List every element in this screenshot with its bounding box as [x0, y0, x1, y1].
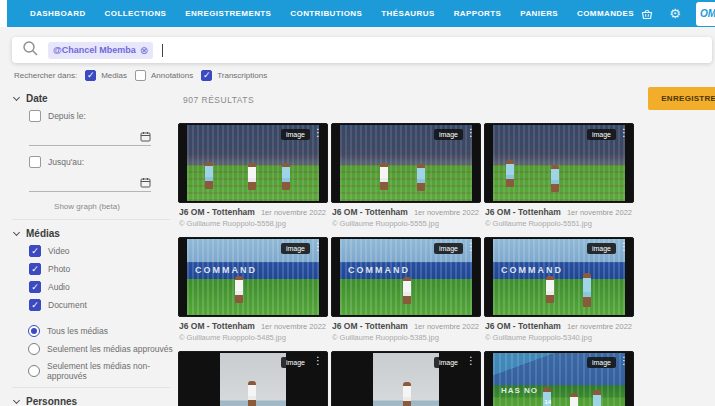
date-from-input[interactable] [29, 128, 151, 146]
result-card[interactable]: oppo image ⋮ [331, 351, 481, 406]
chip-label: @Chancel Mbemba [53, 45, 136, 55]
nav-dashboard[interactable]: DASHBOARD [30, 9, 86, 18]
result-card[interactable]: HAS NO 14 image ⋮ [484, 351, 634, 406]
chevron-down-icon [13, 397, 20, 404]
card-meta: J6 OM - Tottenham Hotspur...1er novembre… [331, 317, 481, 351]
thumbnail[interactable]: HAS NO 14 image ⋮ [484, 351, 634, 406]
nav-contributions[interactable]: CONTRIBUTIONS [290, 9, 362, 18]
player-figure [403, 382, 411, 406]
card-meta: J6 OM - Tottenham Hotspur...1er novembre… [484, 317, 634, 351]
thumbnail[interactable]: COMMAND image ⋮ [178, 237, 328, 317]
search-term-chip[interactable]: @Chancel Mbemba ⊗ [48, 42, 153, 59]
filter-photo[interactable]: Photo [29, 263, 178, 275]
card-caption: © Guillaume Ruoppolo-5551.jpg [485, 219, 632, 228]
document-checkbox[interactable] [29, 299, 41, 311]
nav-rapports[interactable]: RAPPORTS [454, 9, 502, 18]
radio-not-approved[interactable]: Seulement les médias non-approuvés [28, 361, 178, 381]
player-figure [205, 162, 213, 189]
not-approved-radio[interactable] [28, 365, 40, 377]
date-to-checkbox[interactable] [29, 156, 41, 168]
search-icon [22, 40, 39, 61]
medias-section-header[interactable]: Médias [14, 228, 178, 239]
chevron-down-icon [13, 229, 20, 236]
player-figure [417, 164, 425, 191]
media-type-badge: image [434, 243, 463, 254]
thumbnail[interactable]: image ⋮ [178, 123, 328, 203]
radio-all-medias[interactable]: Tous les médias [28, 325, 178, 337]
player-figure [403, 277, 411, 304]
chip-close-icon[interactable]: ⊗ [140, 45, 148, 56]
filter-audio[interactable]: Audio [29, 281, 178, 293]
result-card[interactable]: COMMAND image ⋮ J6 OM - Tottenham Hotspu… [484, 237, 634, 351]
nav-commandes[interactable]: COMMANDES [577, 9, 634, 18]
card-menu-icon[interactable]: ⋮ [466, 241, 476, 252]
date-from-toggle[interactable]: Depuis le: [29, 110, 178, 122]
approved-radio[interactable] [28, 343, 40, 355]
result-card[interactable]: oppo image ⋮ [178, 351, 328, 406]
thumbnail[interactable]: COMMAND image ⋮ [331, 237, 481, 317]
search-bar[interactable]: @Chancel Mbemba ⊗ [12, 37, 712, 63]
result-card[interactable]: COMMAND image ⋮ J6 OM - Tottenham Hotspu… [331, 237, 481, 351]
jersey-number: 14 [544, 399, 551, 405]
card-meta: J6 OM - Tottenham Hotspur...1er novembre… [178, 203, 328, 237]
date-section-header[interactable]: Date [14, 93, 178, 104]
card-title: J6 OM - Tottenham Hotspur... [485, 321, 563, 331]
medias-checkbox[interactable] [85, 70, 96, 81]
player-figure [506, 160, 514, 187]
result-card[interactable]: COMMAND image ⋮ J6 OM - Tottenham Hotspu… [178, 237, 328, 351]
scope-annotations[interactable]: Annotations [135, 70, 193, 81]
scope-transcriptions[interactable]: Transcriptions [201, 70, 267, 81]
card-menu-icon[interactable]: ⋮ [313, 241, 323, 252]
text-caret [162, 44, 163, 57]
result-card[interactable]: image ⋮ J6 OM - Tottenham Hotspur...1er … [484, 123, 634, 237]
card-menu-icon[interactable]: ⋮ [313, 355, 323, 366]
player-figure [593, 390, 601, 406]
thumbnail[interactable]: oppo image ⋮ [178, 351, 328, 406]
transcriptions-checkbox[interactable] [201, 70, 212, 81]
club-logo[interactable]: OM [696, 2, 715, 26]
filter-document[interactable]: Document [29, 299, 178, 311]
thumbnail[interactable]: oppo image ⋮ [331, 351, 481, 406]
thumbnail[interactable]: image ⋮ [331, 123, 481, 203]
personnes-section-header[interactable]: Personnes [14, 396, 178, 406]
thumbnail[interactable]: image ⋮ [484, 123, 634, 203]
media-type-badge: image [281, 357, 310, 368]
ad-board-text: COMMAND [501, 265, 563, 275]
section-divider [12, 219, 170, 220]
gear-icon[interactable]: ⚙ [669, 7, 681, 20]
show-graph-link[interactable]: Show graph (beta) [12, 202, 162, 211]
results-grid: image ⋮ J6 OM - Tottenham Hotspur...1er … [178, 123, 715, 406]
nav-thesaurus[interactable]: THÉSAURUS [381, 9, 434, 18]
all-medias-radio[interactable] [28, 325, 40, 337]
date-to-input[interactable] [29, 174, 151, 192]
annotations-checkbox[interactable] [135, 70, 146, 81]
radio-approved[interactable]: Seulement les médias approuvés [28, 343, 178, 355]
media-type-badge: image [281, 129, 310, 140]
card-menu-icon[interactable]: ⋮ [619, 127, 629, 138]
card-menu-icon[interactable]: ⋮ [619, 241, 629, 252]
filter-video[interactable]: Video [29, 245, 178, 257]
nav-paniers[interactable]: PANIERS [520, 9, 558, 18]
results-area: 907 RÉSULTATS ENREGISTRER COMME image ⋮ [178, 81, 715, 406]
player-figure [546, 276, 554, 303]
media-type-badge: image [434, 129, 463, 140]
video-checkbox[interactable] [29, 245, 41, 257]
result-card[interactable]: image ⋮ J6 OM - Tottenham Hotspur...1er … [178, 123, 328, 237]
player-figure [380, 163, 388, 190]
audio-checkbox[interactable] [29, 281, 41, 293]
photo-checkbox[interactable] [29, 263, 41, 275]
basket-icon[interactable] [640, 7, 654, 21]
thumbnail[interactable]: COMMAND image ⋮ [484, 237, 634, 317]
date-from-checkbox[interactable] [29, 110, 41, 122]
nav-collections[interactable]: COLLECTIONS [105, 9, 167, 18]
nav-enregistrements[interactable]: ENREGISTREMENTS [185, 9, 271, 18]
card-menu-icon[interactable]: ⋮ [466, 127, 476, 138]
result-card[interactable]: image ⋮ J6 OM - Tottenham Hotspur...1er … [331, 123, 481, 237]
save-search-button[interactable]: ENREGISTRER COMME [648, 87, 715, 110]
scope-medias[interactable]: Medias [85, 70, 127, 81]
date-to-toggle[interactable]: Jusqu'au: [29, 156, 178, 168]
card-menu-icon[interactable]: ⋮ [466, 355, 476, 366]
card-menu-icon[interactable]: ⋮ [619, 355, 629, 366]
card-title: J6 OM - Tottenham Hotspur... [332, 207, 410, 217]
card-menu-icon[interactable]: ⋮ [313, 127, 323, 138]
